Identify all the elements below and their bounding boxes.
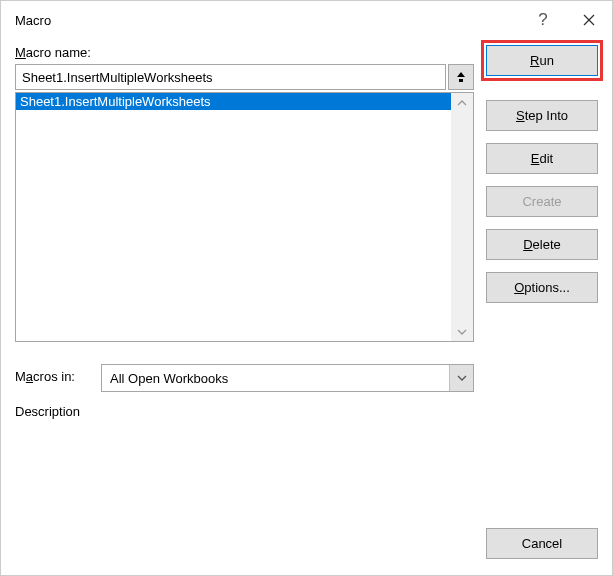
create-button: Create <box>486 186 598 217</box>
macros-in-value: All Open Workbooks <box>102 365 449 391</box>
scrollbar[interactable] <box>451 93 473 341</box>
macro-list[interactable]: Sheet1.InsertMultipleWorksheets <box>16 93 451 341</box>
macro-name-input[interactable] <box>15 64 446 90</box>
macro-listbox[interactable]: Sheet1.InsertMultipleWorksheets <box>15 92 474 342</box>
macros-in-label: Macros in: <box>15 369 93 384</box>
reference-button[interactable] <box>448 64 474 90</box>
svg-rect-2 <box>459 79 463 82</box>
macros-in-select[interactable]: All Open Workbooks <box>101 364 474 392</box>
macro-name-label: Macro name: <box>15 45 474 60</box>
help-button[interactable]: ? <box>520 1 566 39</box>
edit-button[interactable]: Edit <box>486 143 598 174</box>
close-icon <box>583 14 595 26</box>
cancel-wrap: Cancel <box>486 528 598 559</box>
titlebar: Macro ? <box>1 1 612 39</box>
left-column: Macro name: Sheet1.InsertMultipleWorkshe… <box>15 45 474 423</box>
titlebar-controls: ? <box>520 1 612 39</box>
macros-in-row: Macros in: All Open Workbooks <box>15 364 474 392</box>
delete-button[interactable]: Delete <box>486 229 598 260</box>
cancel-button[interactable]: Cancel <box>486 528 598 559</box>
options-button[interactable]: Options... <box>486 272 598 303</box>
chevron-down-icon <box>457 375 467 381</box>
run-button[interactable]: Run <box>486 45 598 76</box>
dropdown-button[interactable] <box>449 365 473 391</box>
right-column: Run Step Into Edit Create Delete Options… <box>486 45 598 423</box>
scroll-up-icon[interactable] <box>457 97 467 108</box>
dialog-content: Macro name: Sheet1.InsertMultipleWorkshe… <box>1 39 612 437</box>
reference-icon <box>455 71 467 83</box>
step-into-button[interactable]: Step Into <box>486 100 598 131</box>
description-label: Description <box>15 404 474 419</box>
run-highlight: Run <box>481 40 603 81</box>
close-button[interactable] <box>566 1 612 39</box>
macro-name-row <box>15 64 474 90</box>
window-title: Macro <box>15 13 51 28</box>
scroll-down-icon[interactable] <box>457 326 467 337</box>
list-item[interactable]: Sheet1.InsertMultipleWorksheets <box>16 93 451 110</box>
